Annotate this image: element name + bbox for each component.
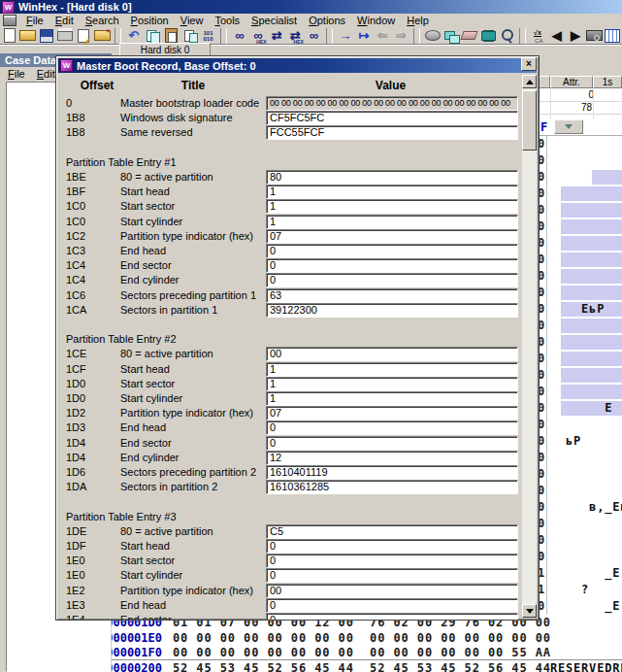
convert-button[interactable]: 101010 bbox=[200, 27, 216, 45]
hex-strip-row[interactable]: 0 bbox=[534, 417, 622, 433]
data-interpreter-button[interactable] bbox=[605, 27, 621, 45]
replace-button[interactable]: ⇄ bbox=[269, 27, 285, 45]
tab-hard-disk-0[interactable]: Hard disk 0 bbox=[119, 43, 211, 56]
forward-button[interactable]: ⇒ bbox=[393, 27, 409, 45]
disk-editor-button[interactable] bbox=[424, 27, 441, 45]
scrollbar-thumb[interactable] bbox=[522, 90, 537, 151]
hex-row[interactable]: 0000001E000 00 00 00 00 00 00 00 00 00 0… bbox=[93, 630, 622, 646]
column-dropdown-button[interactable] bbox=[554, 119, 583, 134]
window-titlebar[interactable]: W WinHex - [Hard disk 0] bbox=[0, 0, 622, 14]
menu-help[interactable]: Help bbox=[401, 15, 435, 26]
hex-strip-row[interactable]: 0 в,_Eь bbox=[534, 499, 622, 516]
menu-view[interactable]: View bbox=[175, 15, 210, 26]
wipe-button[interactable] bbox=[461, 27, 477, 45]
field-value-input[interactable]: 1610401119 bbox=[266, 465, 518, 480]
mbr-dialog-titlebar[interactable]: W Master Boot Record, Base Offset: 0 bbox=[58, 58, 537, 73]
hex-strip-row[interactable]: 0 bbox=[534, 169, 622, 185]
field-value-input[interactable]: 39122300 bbox=[266, 303, 518, 318]
hex-strip-row[interactable]: 0 _E bbox=[534, 598, 622, 615]
hex-strip-row[interactable]: 0 bbox=[534, 252, 622, 268]
folder-options-button[interactable] bbox=[94, 27, 111, 45]
field-value-input[interactable]: 0 bbox=[266, 613, 518, 621]
field-value-input[interactable]: 0 bbox=[266, 244, 518, 258]
preview-button[interactable] bbox=[499, 27, 515, 45]
field-value-input[interactable]: 07 bbox=[266, 406, 518, 420]
field-value-input[interactable]: 00 00 00 00 00 00 00 00 00 00 00 00 00 0… bbox=[266, 96, 518, 111]
hex-strip-row[interactable]: 0 bbox=[534, 285, 622, 301]
field-value-input[interactable]: C5 bbox=[266, 524, 518, 539]
menu-search[interactable]: Search bbox=[80, 15, 125, 26]
menu-edit[interactable]: Edit bbox=[49, 15, 80, 26]
goto-offset-button[interactable]: → bbox=[337, 27, 353, 45]
properties-button[interactable] bbox=[76, 27, 92, 45]
hex-strip-row[interactable]: 0 EьP bbox=[534, 301, 622, 318]
hex-strip-row[interactable]: 1 _E bbox=[534, 565, 622, 582]
hex-strip-row[interactable]: 0 bbox=[534, 318, 622, 334]
field-value-input[interactable]: 0 bbox=[266, 273, 518, 287]
ascii-text[interactable]: RESERVEDRESERVED bbox=[550, 661, 622, 672]
field-value-input[interactable]: 1 bbox=[266, 185, 518, 199]
undo-button[interactable]: ↶ bbox=[125, 27, 142, 45]
hex-bytes[interactable]: 52 45 53 45 52 56 45 44 52 45 53 45 52 5… bbox=[173, 661, 551, 672]
scroll-up-icon[interactable] bbox=[522, 75, 537, 88]
hex-strip-row[interactable]: 0 bbox=[534, 367, 622, 384]
hex-strip-row[interactable]: 0 bbox=[534, 532, 622, 549]
save-button[interactable] bbox=[38, 27, 54, 45]
hex-strip-row[interactable]: 0 ьP bbox=[534, 433, 622, 450]
hex-strip-row[interactable]: 0 bbox=[534, 185, 622, 202]
hex-strip-row[interactable]: 0 bbox=[534, 202, 622, 218]
field-value-input[interactable]: 0 bbox=[266, 420, 518, 435]
close-icon[interactable]: × bbox=[521, 57, 537, 71]
menu-position[interactable]: Position bbox=[125, 15, 175, 26]
next-window-button[interactable]: ▶ bbox=[567, 27, 583, 45]
field-value-input[interactable]: 00 bbox=[266, 584, 518, 598]
hex-strip-row[interactable]: 0 bbox=[534, 136, 622, 152]
hex-strip-row[interactable]: 0 E bbox=[534, 400, 622, 417]
scroll-down-icon[interactable] bbox=[522, 604, 537, 618]
prev-window-button[interactable]: ◀ bbox=[548, 27, 565, 45]
hex-strip-row[interactable]: 1 ? bbox=[534, 582, 622, 598]
field-value-input[interactable]: 12 bbox=[266, 451, 518, 465]
field-value-input[interactable]: 1 bbox=[266, 377, 518, 391]
field-value-input[interactable]: 07 bbox=[266, 229, 518, 244]
field-value-input[interactable]: 80 bbox=[266, 170, 518, 185]
field-value-input[interactable]: FCC55FCF bbox=[266, 125, 518, 140]
calculator-button[interactable] bbox=[530, 27, 546, 45]
copy-block-button[interactable] bbox=[181, 27, 198, 45]
directory-browser[interactable]: Attr. 1s 0 78 bbox=[538, 76, 622, 118]
replace-hex-button[interactable]: ⇄HEX bbox=[287, 27, 304, 45]
field-value-input[interactable]: 1610361285 bbox=[266, 480, 518, 494]
copy-button[interactable] bbox=[144, 27, 160, 45]
menu-window[interactable]: Window bbox=[351, 15, 401, 26]
goto-block-button[interactable]: ↦ bbox=[355, 27, 372, 45]
field-value-input[interactable]: 0 bbox=[266, 539, 518, 554]
hex-strip-row[interactable]: 0 bbox=[534, 549, 622, 565]
hex-row[interactable]: 0000001F000 00 00 00 00 00 00 00 00 00 0… bbox=[93, 645, 622, 660]
menu-options[interactable]: Options bbox=[303, 15, 351, 26]
child-window-icon[interactable] bbox=[3, 15, 16, 26]
open-button[interactable] bbox=[19, 27, 36, 45]
dir-column-header-1st-sector[interactable]: 1s bbox=[593, 76, 622, 88]
case-data-menu-file[interactable]: File bbox=[2, 68, 31, 80]
hex-strip-row[interactable]: 0 bbox=[534, 268, 622, 285]
hex-bytes[interactable]: 00 00 00 00 00 00 00 00 00 00 00 00 00 0… bbox=[173, 631, 551, 645]
hex-strip-row[interactable]: 0 bbox=[534, 334, 622, 351]
clone-disk-button[interactable] bbox=[442, 27, 459, 45]
hex-row[interactable]: 00000020052 45 53 45 52 56 45 44 52 45 5… bbox=[93, 659, 622, 672]
menu-tools[interactable]: Tools bbox=[209, 15, 246, 26]
hex-strip-row[interactable]: 0 bbox=[534, 218, 622, 235]
field-value-input[interactable]: 1 bbox=[266, 391, 518, 406]
screenshot-button[interactable] bbox=[586, 27, 603, 45]
menu-file[interactable]: File bbox=[20, 15, 49, 26]
back-button[interactable]: ⇐ bbox=[375, 27, 391, 45]
hex-bytes[interactable]: 00 00 00 00 00 00 00 00 00 00 00 00 00 0… bbox=[173, 646, 551, 659]
find-button[interactable]: ∞ bbox=[231, 27, 247, 45]
field-value-input[interactable]: 0 bbox=[266, 598, 518, 613]
hex-strip-row[interactable]: 0 bbox=[534, 235, 622, 252]
field-value-input[interactable]: 0 bbox=[266, 568, 518, 583]
hex-strip-row[interactable]: 0 bbox=[534, 516, 622, 532]
hex-strip-row[interactable]: 0 bbox=[534, 351, 622, 367]
field-value-input[interactable]: 0 bbox=[266, 436, 518, 451]
field-value-input[interactable]: 00 bbox=[266, 347, 518, 361]
field-value-input[interactable]: 1 bbox=[266, 362, 518, 377]
